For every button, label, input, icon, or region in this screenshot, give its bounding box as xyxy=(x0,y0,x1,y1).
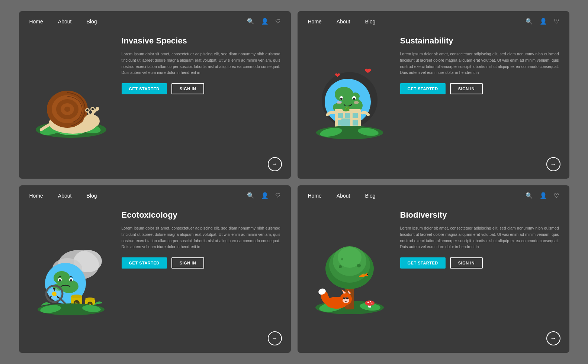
search-icon-2[interactable]: 🔍 xyxy=(526,18,533,25)
content-biodiversity: Biodiversity Lorem ipsum dolor sit amet,… xyxy=(298,203,569,353)
nav-blog-3[interactable]: Blog xyxy=(86,193,97,199)
main-grid: Home About Blog 🔍 👤 ♡ xyxy=(19,11,569,353)
heart-icon-2[interactable]: ♡ xyxy=(554,18,559,25)
nav-home-2[interactable]: Home xyxy=(308,19,322,25)
svg-point-83 xyxy=(357,264,361,267)
svg-point-95 xyxy=(346,297,348,299)
svg-point-67 xyxy=(85,298,95,300)
illustration-earth-toxic: ☢ ☢ xyxy=(26,207,116,345)
title-biodiversity: Biodiversity xyxy=(400,210,559,220)
nav-icons-3: 🔍 👤 ♡ xyxy=(247,192,280,199)
nav-home-1[interactable]: Home xyxy=(29,19,43,25)
title-ecotoxicology: Ecotoxicology xyxy=(122,210,280,220)
search-icon-4[interactable]: 🔍 xyxy=(526,192,533,199)
btn-row-biodiversity: GET STARTED SIGN IN xyxy=(400,257,559,269)
illustration-earth-building: ❤ ❤ ❤ xyxy=(305,32,394,171)
svg-point-32 xyxy=(337,101,342,104)
nav-about-1[interactable]: About xyxy=(58,19,72,25)
nav-sustainability: Home About Blog 🔍 👤 ♡ xyxy=(298,11,569,29)
svg-point-14 xyxy=(86,109,89,111)
arrow-btn-4[interactable]: → xyxy=(546,331,560,345)
get-started-btn-4[interactable]: GET STARTED xyxy=(400,257,446,269)
user-icon-3[interactable]: 👤 xyxy=(261,192,269,199)
nav-links-2: Home About Blog xyxy=(308,19,526,25)
illustration-snail xyxy=(26,32,116,171)
svg-point-97 xyxy=(347,298,348,298)
svg-point-101 xyxy=(367,302,369,303)
svg-rect-35 xyxy=(338,113,343,118)
svg-point-94 xyxy=(343,297,346,299)
svg-rect-37 xyxy=(353,113,358,118)
body-invasive: Lorem ipsum dolor sit amet, consectetuer… xyxy=(122,51,280,76)
sign-in-btn-4[interactable]: SIGN IN xyxy=(450,257,483,269)
heart-icon-3[interactable]: ♡ xyxy=(275,192,280,199)
nav-blog-2[interactable]: Blog xyxy=(365,19,375,25)
user-icon-4[interactable]: 👤 xyxy=(540,192,547,199)
sign-in-btn-3[interactable]: SIGN IN xyxy=(171,257,204,269)
title-sustainability: Sustainability xyxy=(400,36,559,46)
svg-point-29 xyxy=(340,98,343,100)
btn-row-ecotoxicology: GET STARTED SIGN IN xyxy=(122,257,280,269)
nav-home-3[interactable]: Home xyxy=(29,193,43,199)
svg-text:❤: ❤ xyxy=(364,66,371,76)
nav-links: Home About Blog xyxy=(29,19,247,25)
nav-blog-1[interactable]: Blog xyxy=(86,19,97,25)
nav-links-3: Home About Blog xyxy=(29,193,247,199)
text-biodiversity: Biodiversity Lorem ipsum dolor sit amet,… xyxy=(400,207,559,345)
nav-icons-4: 🔍 👤 ♡ xyxy=(526,192,559,199)
card-sustainability: Home About Blog 🔍 👤 ♡ ❤ ❤ ❤ xyxy=(298,11,569,179)
svg-point-10 xyxy=(64,107,70,112)
nav-home-4[interactable]: Home xyxy=(308,193,322,199)
svg-text:🌿: 🌿 xyxy=(344,106,350,111)
nav-about-3[interactable]: About xyxy=(58,193,72,199)
nav-ecotoxicology: Home About Blog 🔍 👤 ♡ xyxy=(19,185,291,203)
btn-row-sustainability: GET STARTED SIGN IN xyxy=(400,83,559,94)
content-sustainability: ❤ ❤ ❤ xyxy=(298,29,569,179)
svg-point-96 xyxy=(344,298,345,298)
svg-rect-39 xyxy=(353,120,358,126)
get-started-btn-2[interactable]: GET STARTED xyxy=(400,83,446,94)
nav-about-4[interactable]: About xyxy=(337,193,350,199)
btn-row-invasive: GET STARTED SIGN IN xyxy=(122,83,280,94)
nav-biodiversity: Home About Blog 🔍 👤 ♡ xyxy=(298,185,569,203)
svg-point-17 xyxy=(91,108,94,110)
nav-blog-4[interactable]: Blog xyxy=(365,193,375,199)
heart-icon-4[interactable]: ♡ xyxy=(554,192,559,199)
nav-icons-1: 🔍 👤 ♡ xyxy=(247,18,280,25)
svg-point-100 xyxy=(365,300,375,306)
svg-point-102 xyxy=(370,301,371,302)
svg-point-54 xyxy=(59,279,61,282)
search-icon-1[interactable]: 🔍 xyxy=(247,18,254,25)
content-invasive: Invasive Species Lorem ipsum dolor sit a… xyxy=(19,29,291,179)
svg-point-31 xyxy=(353,98,355,100)
arrow-btn-2[interactable]: → xyxy=(546,157,560,171)
nav-links-4: Home About Blog xyxy=(308,193,526,199)
svg-point-84 xyxy=(341,258,343,260)
sign-in-btn-1[interactable]: SIGN IN xyxy=(171,83,204,94)
arrow-btn-3[interactable]: → xyxy=(268,331,282,345)
nav-about-2[interactable]: About xyxy=(337,19,350,25)
text-sustainability: Sustainability Lorem ipsum dolor sit ame… xyxy=(400,32,559,171)
heart-icon-1[interactable]: ♡ xyxy=(275,18,280,25)
svg-point-18 xyxy=(96,107,99,111)
illustration-tree-fox xyxy=(305,207,394,345)
card-ecotoxicology: Home About Blog 🔍 👤 ♡ xyxy=(19,185,291,353)
svg-point-33 xyxy=(354,101,359,104)
user-icon-1[interactable]: 👤 xyxy=(261,18,269,25)
svg-point-82 xyxy=(339,265,342,268)
svg-point-86 xyxy=(367,274,368,275)
svg-point-103 xyxy=(371,303,372,304)
svg-point-11 xyxy=(83,114,100,128)
get-started-btn-3[interactable]: GET STARTED xyxy=(122,257,167,269)
svg-point-59 xyxy=(52,292,57,296)
sign-in-btn-2[interactable]: SIGN IN xyxy=(450,83,483,94)
nav-icons-2: 🔍 👤 ♡ xyxy=(526,18,559,25)
search-icon-3[interactable]: 🔍 xyxy=(247,192,254,199)
user-icon-2[interactable]: 👤 xyxy=(540,18,547,25)
get-started-btn-1[interactable]: GET STARTED xyxy=(122,83,167,94)
svg-point-56 xyxy=(70,279,72,282)
arrow-btn-1[interactable]: → xyxy=(268,157,282,171)
title-invasive: Invasive Species xyxy=(122,36,280,46)
text-invasive: Invasive Species Lorem ipsum dolor sit a… xyxy=(122,32,280,171)
svg-text:❤: ❤ xyxy=(335,72,340,79)
